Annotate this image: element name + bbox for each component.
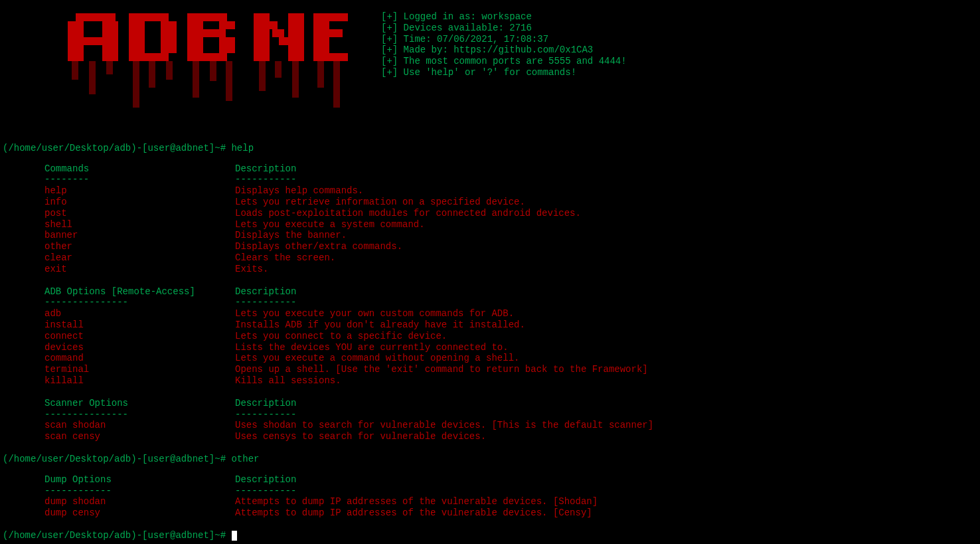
command-name: banner: [44, 230, 235, 241]
commands-dash2: -----------: [235, 174, 296, 185]
info-made-by: [+] Made by: https://github.com/0x1CA3: [381, 45, 627, 56]
svg-rect-16: [161, 37, 177, 45]
svg-rect-20: [187, 13, 227, 21]
command-name: scan censy: [44, 431, 235, 442]
table-row: infoLets you retrieve information on a s…: [44, 197, 977, 208]
svg-rect-21: [187, 21, 203, 29]
scanner-header: Scanner Options: [44, 398, 235, 409]
svg-rect-2: [102, 21, 118, 29]
command-name: dump censy: [44, 507, 235, 519]
table-row: shellLets you execute a system command.: [44, 219, 977, 230]
info-devices: [+] Devices available: 2716: [381, 23, 627, 34]
dump-desc-header: Description: [235, 474, 296, 486]
prompt-2-cmd: other: [231, 454, 259, 464]
command-name: dump shodan: [44, 496, 235, 507]
table-row: connectLets you connect to a specific de…: [44, 331, 977, 342]
commands-desc-header: Description: [235, 163, 296, 175]
svg-rect-48: [226, 61, 232, 101]
command-name: killall: [44, 375, 235, 387]
svg-rect-14: [161, 29, 177, 37]
svg-rect-9: [102, 53, 118, 61]
table-row: killallKills all sessions.: [44, 375, 977, 387]
dump-dash1: ------------: [44, 486, 235, 497]
table-row: bannerDisplays the banner.: [44, 230, 977, 241]
dump-section: Dump Options Description ------------ --…: [44, 474, 977, 519]
adb-dash1: ---------------: [44, 297, 235, 308]
info-time: [+] Time: 07/06/2021, 17:08:37: [381, 34, 627, 45]
svg-rect-39: [313, 53, 348, 61]
command-name: command: [44, 353, 235, 364]
svg-rect-18: [161, 45, 177, 53]
svg-rect-3: [68, 29, 84, 37]
prompt-3[interactable]: (/home/user/Desktop/adb)-[user@adbnet]~#: [3, 530, 977, 541]
scanner-dash2: -----------: [235, 409, 296, 420]
info-help-hint: [+] Use 'help' or '?' for commands!: [381, 67, 627, 78]
svg-rect-31: [266, 21, 278, 29]
commands-section: Commands Description -------- ----------…: [44, 163, 977, 275]
info-ports: [+] The most common ports are 5555 and 4…: [381, 56, 627, 67]
table-row: terminalOpens up a shell. [Use the 'exit…: [44, 364, 977, 375]
prompt-1-cmd: help: [231, 143, 254, 153]
svg-rect-35: [313, 21, 329, 29]
command-desc: Displays help commands.: [235, 185, 363, 197]
command-name: exit: [44, 264, 235, 275]
prompt-1-path: (/home/user/Desktop/adb)-[user@adbnet]~#: [3, 143, 231, 153]
svg-rect-26: [187, 45, 203, 53]
adb-desc-header: Description: [235, 286, 296, 298]
dump-header: Dump Options: [44, 474, 235, 486]
dump-dash2: -----------: [235, 486, 296, 497]
svg-rect-34: [313, 13, 348, 21]
svg-rect-10: [129, 13, 169, 21]
svg-rect-43: [133, 61, 139, 108]
prompt-3-path: (/home/user/Desktop/adb)-[user@adbnet]~#: [3, 530, 231, 541]
info-logged-in: [+] Logged in as: workspace: [381, 11, 627, 23]
command-name: help: [44, 185, 235, 197]
command-desc: Lets you connect to a specific device.: [235, 331, 447, 342]
svg-rect-0: [76, 13, 116, 21]
command-name: install: [44, 319, 235, 331]
prompt-2: (/home/user/Desktop/adb)-[user@adbnet]~#…: [3, 454, 977, 465]
table-row: clearClears the screen.: [44, 252, 977, 264]
command-name: adb: [44, 308, 235, 319]
command-desc: Clears the screen.: [235, 252, 335, 264]
command-desc: Lets you execute a command without openi…: [235, 353, 519, 364]
command-desc: Loads post-exploitation modules for conn…: [235, 208, 581, 219]
header: [+] Logged in as: workspace [+] Devices …: [3, 3, 977, 130]
svg-rect-22: [219, 21, 235, 29]
svg-rect-45: [166, 61, 173, 80]
svg-rect-49: [259, 61, 266, 91]
svg-rect-5: [68, 37, 118, 45]
svg-rect-46: [193, 61, 199, 98]
command-desc: Kills all sessions.: [235, 375, 341, 387]
table-row: scan censyUses censys to search for vuln…: [44, 431, 977, 442]
svg-rect-47: [210, 61, 216, 81]
command-name: other: [44, 241, 235, 252]
command-name: scan shodan: [44, 420, 235, 431]
command-desc: Lets you execute a system command.: [235, 219, 425, 230]
svg-rect-11: [129, 21, 145, 29]
svg-rect-52: [317, 61, 324, 88]
svg-rect-27: [219, 45, 235, 53]
command-desc: Displays other/extra commands.: [235, 241, 402, 252]
dump-rows: dump shodanAttempts to dump IP addresses…: [44, 496, 977, 519]
table-row: installInstalls ADB if you don't already…: [44, 319, 977, 331]
command-desc: Attempts to dump IP addresses of the vul…: [235, 496, 598, 507]
svg-rect-42: [106, 61, 113, 74]
command-desc: Uses shodan to search for vulnerable dev…: [235, 420, 653, 431]
svg-rect-24: [187, 37, 203, 45]
table-row: helpDisplays help commands.: [44, 185, 977, 197]
adb-dash2: -----------: [235, 297, 296, 308]
svg-rect-53: [333, 61, 340, 108]
command-name: devices: [44, 342, 235, 353]
svg-rect-38: [313, 45, 329, 53]
adb-section: ADB Options [Remote-Access] Description …: [44, 286, 977, 387]
table-row: scan shodanUses shodan to search for vul…: [44, 420, 977, 431]
svg-rect-25: [219, 37, 235, 45]
command-desc: Attempts to dump IP addresses of the vul…: [235, 507, 592, 519]
command-desc: Lets you execute your own custom command…: [235, 308, 514, 319]
command-desc: Installs ADB if you don't already have i…: [235, 319, 525, 331]
command-desc: Uses censys to search for vulnerable dev…: [235, 431, 486, 442]
svg-rect-1: [68, 21, 84, 29]
command-name: post: [44, 208, 235, 219]
ascii-logo: [62, 7, 355, 130]
